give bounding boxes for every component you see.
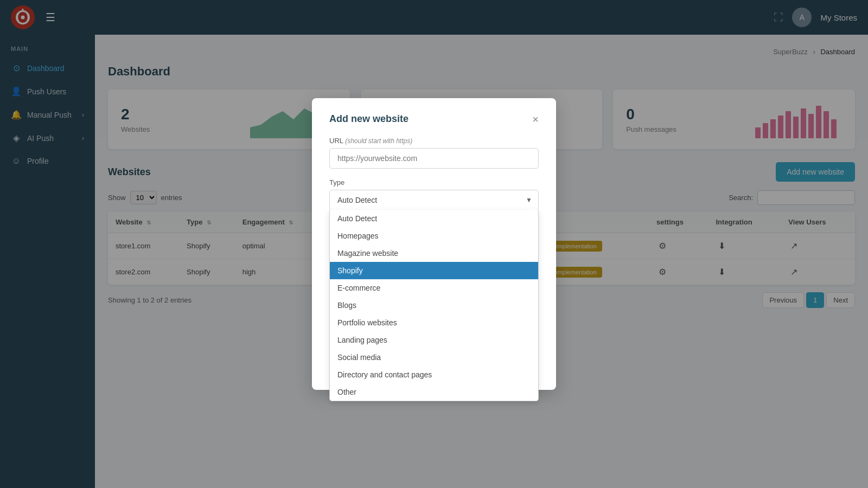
- type-dropdown-list: Auto Detect Homepages Magazine website S…: [329, 210, 539, 401]
- dd-blogs[interactable]: Blogs: [330, 297, 538, 314]
- type-select[interactable]: Auto Detect: [329, 190, 539, 210]
- modal-close-button[interactable]: ×: [532, 114, 539, 125]
- url-input[interactable]: [329, 148, 539, 169]
- dd-magazine[interactable]: Magazine website: [330, 245, 538, 262]
- add-website-modal: Add new website × URL (should start with…: [312, 98, 556, 390]
- type-select-wrapper: Auto Detect ▼ Auto Detect Homepages Maga…: [329, 190, 539, 210]
- dd-ecommerce[interactable]: E-commerce: [330, 279, 538, 297]
- dd-auto-detect[interactable]: Auto Detect: [330, 210, 538, 227]
- dd-social[interactable]: Social media: [330, 349, 538, 366]
- modal-overlay: Add new website × URL (should start with…: [0, 0, 868, 488]
- dd-landing[interactable]: Landing pages: [330, 331, 538, 349]
- dd-portfolio[interactable]: Portfolio websites: [330, 314, 538, 331]
- type-form-group: Type Auto Detect ▼ Auto Detect Homepages…: [329, 178, 539, 210]
- type-label: Type: [329, 178, 539, 187]
- dd-homepages[interactable]: Homepages: [330, 227, 538, 245]
- dd-directory[interactable]: Directory and contact pages: [330, 366, 538, 383]
- url-form-group: URL (should start with https): [329, 137, 539, 169]
- modal-title: Add new website: [329, 113, 409, 125]
- dd-shopify[interactable]: Shopify: [330, 262, 538, 279]
- dd-other[interactable]: Other: [330, 383, 538, 401]
- url-hint: (should start with https): [345, 137, 412, 145]
- url-label: URL (should start with https): [329, 137, 539, 145]
- modal-header: Add new website ×: [329, 113, 539, 125]
